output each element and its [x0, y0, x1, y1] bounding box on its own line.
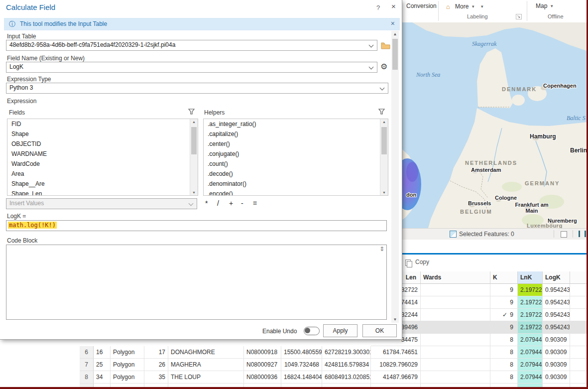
multiply-operator-button[interactable]: *	[205, 199, 208, 207]
more-dropdown-icon[interactable]: ▾	[472, 4, 474, 9]
insert-values-combo[interactable]: Insert Values	[6, 198, 197, 209]
cell-objectid[interactable]: 26	[144, 359, 168, 371]
cell-wardname[interactable]: DONAGHMORE	[168, 346, 244, 359]
minus-operator-button[interactable]: -	[241, 199, 243, 207]
filter-icon[interactable]	[378, 109, 385, 115]
chevron-down-icon[interactable]	[189, 201, 194, 206]
scroll-down-icon[interactable]: ▼	[380, 191, 388, 194]
cell-shape-area[interactable]: 62728219.300301	[322, 346, 371, 359]
header-lnk[interactable]: LnK	[518, 271, 543, 284]
cell-row-number[interactable]: 8	[80, 371, 94, 384]
cell-logk[interactable]: 0.954243	[543, 284, 570, 296]
cell-logk[interactable]: 0.90309	[543, 334, 570, 346]
dialog-scrollbar[interactable]: ▲ ▼	[391, 31, 399, 323]
cell-wards[interactable]	[421, 371, 490, 384]
cell-k[interactable]: ✓9	[490, 309, 518, 321]
equals-operator-button[interactable]: =	[253, 199, 257, 207]
combo-dropdown-icon[interactable]: ▾	[481, 4, 483, 9]
chevron-down-icon[interactable]	[369, 65, 374, 70]
cell-lnk[interactable]: 2.197225	[518, 284, 543, 296]
apply-button[interactable]: Apply	[323, 324, 357, 337]
helper-item[interactable]: .center()	[204, 139, 388, 149]
code-block-input[interactable]: ⇕	[6, 245, 387, 320]
cell-fid[interactable]: 16	[94, 346, 111, 359]
cell-wards[interactable]	[421, 334, 490, 346]
cell-k[interactable]: 8	[490, 346, 518, 359]
banner-close-icon[interactable]: ×	[391, 19, 395, 27]
cell-logk[interactable]: 0.954243	[543, 309, 570, 321]
field-name-combo[interactable]: LogK	[6, 62, 377, 73]
cell-wards[interactable]	[421, 296, 490, 309]
scroll-down-icon[interactable]: ▼	[391, 317, 399, 322]
more-button[interactable]: More	[455, 3, 469, 10]
scroll-thumb[interactable]	[381, 127, 387, 154]
cell-lnk[interactable]: 2.079442	[518, 359, 543, 371]
cell-wardcode[interactable]: N08000918	[244, 346, 281, 359]
scroll-up-icon[interactable]: ▲	[380, 120, 388, 124]
cell-row-number[interactable]: 6	[80, 346, 94, 359]
cell-shape-area[interactable]: 68084913.020851	[322, 371, 371, 384]
cell-wardcode[interactable]: N08000936	[244, 371, 281, 384]
cell-k[interactable]: 9	[490, 321, 518, 334]
helper-item[interactable]: .count()	[204, 159, 388, 169]
helper-item[interactable]: .decode()	[204, 169, 388, 179]
table-row[interactable]: 7 25 Polygon 26 MAGHERA N08000927 1049.7…	[80, 359, 588, 371]
cell-shape-len[interactable]: 61784.74651	[371, 346, 421, 359]
header-wards[interactable]: Wards	[421, 271, 490, 284]
cell-k[interactable]: 8	[490, 359, 518, 371]
copy-button[interactable]: Copy	[415, 259, 429, 265]
input-table-combo[interactable]: 48efd8b2-958a-4d6b-beff-c9fa751eda4f2020…	[6, 40, 377, 51]
field-item[interactable]: FID	[7, 119, 198, 129]
cell-k[interactable]: 9	[490, 296, 518, 309]
table-row[interactable]: 6 16 Polygon 17 DONAGHMORE N08000918 155…	[80, 346, 588, 359]
divide-operator-button[interactable]: /	[217, 199, 219, 207]
expression-type-combo[interactable]: Python 3	[6, 83, 388, 94]
cell-lnk[interactable]: 2.197225	[518, 296, 543, 309]
cell-wardcode[interactable]: N08000927	[244, 359, 281, 371]
cell-area[interactable]: 16824.148404	[281, 371, 322, 384]
chevron-down-icon[interactable]	[380, 86, 385, 91]
dialog-launcher-icon[interactable]: ↘	[516, 14, 522, 19]
browse-folder-icon[interactable]	[381, 42, 390, 49]
pause-drawing-icon[interactable]	[579, 231, 586, 237]
field-item[interactable]: Area	[7, 169, 198, 179]
cell-fid[interactable]: 25	[94, 359, 111, 371]
cell-wards[interactable]	[421, 284, 490, 296]
cell-logk[interactable]: 0.954243	[543, 321, 570, 334]
cell-k[interactable]: 8	[490, 334, 518, 346]
filter-icon[interactable]	[188, 109, 195, 115]
header-logk[interactable]: LogK	[543, 271, 570, 284]
cell-shape[interactable]: Polygon	[111, 371, 144, 384]
cell-objectid[interactable]: 35	[144, 371, 168, 384]
cell-logk[interactable]: 0.90309	[543, 359, 570, 371]
cell-lnk[interactable]: 2.079442	[518, 334, 543, 346]
cell-wards[interactable]	[421, 346, 490, 359]
ribbon-tab-conversion[interactable]: Conversion	[406, 2, 437, 9]
expression-input[interactable]: math.log(!K!)	[6, 220, 387, 231]
cell-shape-area[interactable]: 4248116.579834	[322, 359, 371, 371]
cell-shape[interactable]: Polygon	[111, 346, 144, 359]
helper-item[interactable]: .conjugate()	[204, 149, 388, 159]
table-row[interactable]: 8 34 Polygon 35 THE LOUP N08000936 16824…	[80, 371, 588, 384]
cell-lnk[interactable]: 2.079442	[518, 346, 543, 359]
cell-k[interactable]: 9	[490, 284, 518, 296]
cell-logk[interactable]: 0.90309	[543, 346, 570, 359]
chevron-down-icon[interactable]	[369, 43, 374, 48]
ok-button[interactable]: OK	[362, 324, 397, 337]
cell-logk[interactable]: 0.954243	[543, 296, 570, 309]
field-item[interactable]: WardCode	[7, 159, 198, 169]
helper-item[interactable]: .denominator()	[204, 179, 388, 189]
cell-fid[interactable]: 34	[94, 371, 111, 384]
cell-wards[interactable]	[421, 359, 490, 371]
close-icon[interactable]: ×	[391, 2, 396, 10]
field-item[interactable]: Shape_Len	[7, 189, 198, 196]
cell-shape-len[interactable]: 41487.96679	[371, 371, 421, 384]
helper-item[interactable]: .as_integer_ratio()	[204, 119, 388, 129]
scroll-up-icon[interactable]: ▲	[391, 32, 399, 36]
scroll-thumb[interactable]	[191, 127, 197, 154]
map-dropdown-icon[interactable]: ▾	[551, 3, 553, 8]
cell-area[interactable]: 1049.732468	[281, 359, 322, 371]
field-item[interactable]: WARDNAME	[7, 149, 198, 159]
cell-wardname[interactable]: MAGHERA	[168, 359, 244, 371]
field-item[interactable]: OBJECTID	[7, 139, 198, 149]
